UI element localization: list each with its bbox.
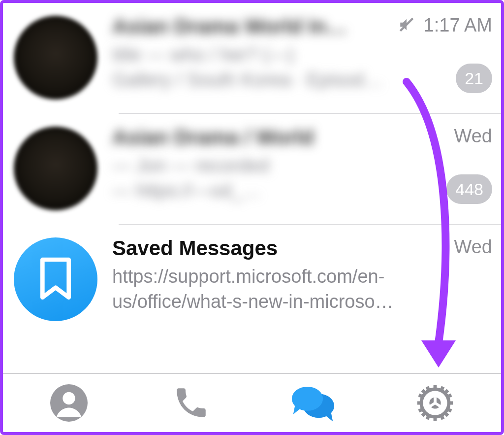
svg-point-2 [63, 392, 75, 404]
chat-bubbles-icon [290, 383, 336, 423]
chat-avatar [14, 16, 97, 100]
tab-bar [3, 374, 501, 432]
contacts-tab[interactable] [39, 378, 98, 428]
chat-time: Wed [454, 236, 492, 258]
chat-time: Wed [454, 126, 492, 147]
chat-preview: title — who / her? (—) Gallery / South K… [112, 42, 394, 93]
unread-badge: 21 [456, 64, 492, 93]
calls-tab[interactable] [161, 378, 220, 428]
chats-tab[interactable] [284, 378, 343, 428]
unread-badge: 448 [446, 174, 492, 204]
settings-tab[interactable] [406, 378, 465, 428]
chat-preview: https://support.microsoft.com/en- us/off… [112, 264, 450, 315]
person-icon [50, 384, 88, 422]
chat-preview: — Jon — recorded — https://—od_… [112, 153, 442, 204]
chat-row-saved-messages[interactable]: Saved Messages https://support.microsoft… [3, 225, 501, 323]
chat-title: Saved Messages [112, 236, 450, 260]
gear-icon [415, 383, 455, 423]
bookmark-icon [36, 257, 75, 301]
chat-row[interactable]: Asian Drama World In… title — who / her?… [3, 3, 501, 114]
chat-title: Asian Drama / World [112, 126, 442, 149]
chat-time: 1:17 AM [424, 15, 492, 36]
phone-icon [172, 384, 210, 422]
chat-avatar [14, 127, 97, 210]
chat-title: Asian Drama World In… [112, 15, 394, 38]
muted-icon [398, 16, 415, 35]
saved-messages-avatar [14, 237, 97, 321]
chat-row[interactable]: Asian Drama / World — Jon — recorded — h… [3, 114, 501, 225]
